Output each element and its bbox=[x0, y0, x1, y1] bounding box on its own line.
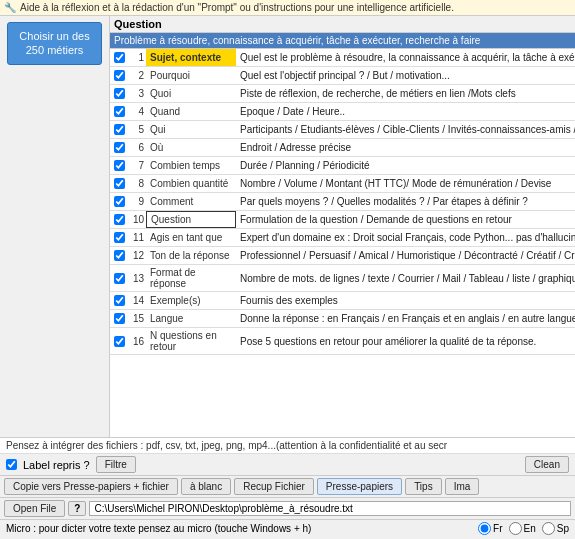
row-number: 5 bbox=[128, 121, 146, 138]
row-content: Piste de réflexion, de recherche, de mét… bbox=[236, 85, 575, 102]
row-checkbox-2[interactable] bbox=[114, 70, 125, 81]
ima-button[interactable]: Ima bbox=[445, 478, 480, 495]
row-label: Comment bbox=[146, 193, 236, 210]
row-number: 14 bbox=[128, 292, 146, 309]
row-content: Durée / Planning / Périodicité bbox=[236, 157, 575, 174]
label-repris-checkbox[interactable] bbox=[6, 459, 17, 470]
row-content: Nombre de mots. de lignes / texte / Cour… bbox=[236, 265, 575, 291]
table-row: 3QuoiPiste de réflexion, de recherche, d… bbox=[110, 85, 575, 103]
row-checkbox-14[interactable] bbox=[114, 295, 125, 306]
row-number: 9 bbox=[128, 193, 146, 210]
open-file-button[interactable]: Open File bbox=[4, 500, 65, 517]
question-subheader: Problème à résoudre, connaissance à acqu… bbox=[110, 33, 575, 49]
table-row: 7Combien tempsDurée / Planning / Périodi… bbox=[110, 157, 575, 175]
radio-fr-input[interactable] bbox=[478, 522, 491, 535]
row-label: Exemple(s) bbox=[146, 292, 236, 309]
row-checkbox-9[interactable] bbox=[114, 196, 125, 207]
filepath-input[interactable] bbox=[89, 501, 571, 516]
row-checkbox-7[interactable] bbox=[114, 160, 125, 171]
btn-row2: Open File ? bbox=[0, 498, 575, 520]
row-label: Langue bbox=[146, 310, 236, 327]
choose-metiers-button[interactable]: Choisir un des 250 métiers bbox=[7, 22, 102, 65]
radio-sp-input[interactable] bbox=[542, 522, 555, 535]
row-number: 2 bbox=[128, 67, 146, 84]
right-panel: Question Problème à résoudre, connaissan… bbox=[110, 16, 575, 437]
row-content: Quel est l'objectif principal ? / But / … bbox=[236, 67, 575, 84]
table-row: 10QuestionFormulation de la question / D… bbox=[110, 211, 575, 229]
label-row: Label repris ? Filtre Clean bbox=[0, 454, 575, 476]
table-row: 14Exemple(s)Fournis des exemples bbox=[110, 292, 575, 310]
row-content: Expert d'un domaine ex : Droit social Fr… bbox=[236, 229, 575, 246]
row-checkbox-3[interactable] bbox=[114, 88, 125, 99]
micro-text: Micro : pour dicter votre texte pensez a… bbox=[6, 523, 311, 534]
radio-sp-label: Sp bbox=[557, 523, 569, 534]
row-checkbox-11[interactable] bbox=[114, 232, 125, 243]
table-row: 13Format de réponseNombre de mots. de li… bbox=[110, 265, 575, 292]
row-label: Quand bbox=[146, 103, 236, 120]
table-row: 6OùEndroit / Adresse précise bbox=[110, 139, 575, 157]
radio-en[interactable]: En bbox=[509, 522, 536, 535]
row-content: Nombre / Volume / Montant (HT TTC)/ Mode… bbox=[236, 175, 575, 192]
row-label: Combien quantité bbox=[146, 175, 236, 192]
table-row: 11Agis en tant queExpert d'un domaine ex… bbox=[110, 229, 575, 247]
row-label: Quoi bbox=[146, 85, 236, 102]
row-content: Pose 5 questions en retour pour améliore… bbox=[236, 328, 575, 354]
a-blanc-button[interactable]: à blanc bbox=[181, 478, 231, 495]
question-header: Question bbox=[110, 16, 575, 33]
filtre-button[interactable]: Filtre bbox=[96, 456, 136, 473]
notice-row: Pensez à intégrer des fichiers : pdf, cs… bbox=[0, 438, 575, 454]
row-label: Où bbox=[146, 139, 236, 156]
micro-row: Micro : pour dicter votre texte pensez a… bbox=[0, 520, 575, 537]
row-content: Epoque / Date / Heure.. bbox=[236, 103, 575, 120]
row-checkbox-12[interactable] bbox=[114, 250, 125, 261]
radio-en-input[interactable] bbox=[509, 522, 522, 535]
row-checkbox-6[interactable] bbox=[114, 142, 125, 153]
row-content: Quel est le problème à résoudre, la conn… bbox=[236, 49, 575, 66]
recup-fichier-button[interactable]: Recup Fichier bbox=[234, 478, 314, 495]
tips-button[interactable]: Tips bbox=[405, 478, 442, 495]
help-button[interactable]: ? bbox=[68, 501, 86, 516]
row-label: Combien temps bbox=[146, 157, 236, 174]
clean-button[interactable]: Clean bbox=[525, 456, 569, 473]
row-content: Formulation de la question / Demande de … bbox=[236, 211, 575, 228]
row-checkbox-5[interactable] bbox=[114, 124, 125, 135]
table-row: 1Sujet, contexteQuel est le problème à r… bbox=[110, 49, 575, 67]
table-row: 4QuandEpoque / Date / Heure.. bbox=[110, 103, 575, 121]
row-label: Ton de la réponse bbox=[146, 247, 236, 264]
radio-fr-label: Fr bbox=[493, 523, 502, 534]
radio-sp[interactable]: Sp bbox=[542, 522, 569, 535]
row-number: 3 bbox=[128, 85, 146, 102]
row-number: 6 bbox=[128, 139, 146, 156]
row-checkbox-4[interactable] bbox=[114, 106, 125, 117]
row-content: Participants / Etudiants-élèves / Cible-… bbox=[236, 121, 575, 138]
row-number: 10 bbox=[128, 211, 146, 228]
row-label: Qui bbox=[146, 121, 236, 138]
table-row: 15LangueDonne la réponse : en Français /… bbox=[110, 310, 575, 328]
row-number: 7 bbox=[128, 157, 146, 174]
row-checkbox-15[interactable] bbox=[114, 313, 125, 324]
row-number: 8 bbox=[128, 175, 146, 192]
row-content: Endroit / Adresse précise bbox=[236, 139, 575, 156]
copy-clipboard-button[interactable]: Copie vers Presse-papiers + fichier bbox=[4, 478, 178, 495]
table-row: 5QuiParticipants / Etudiants-élèves / Ci… bbox=[110, 121, 575, 139]
label-repris-text: Label repris ? bbox=[23, 459, 90, 471]
row-checkbox-16[interactable] bbox=[114, 336, 125, 347]
table-row: 2PourquoiQuel est l'objectif principal ?… bbox=[110, 67, 575, 85]
content-area: Choisir un des 250 métiers Question Prob… bbox=[0, 16, 575, 437]
row-checkbox-13[interactable] bbox=[114, 273, 125, 284]
row-checkbox-10[interactable] bbox=[114, 214, 125, 225]
presse-papiers-button[interactable]: Presse-papiers bbox=[317, 478, 402, 495]
row-number: 13 bbox=[128, 265, 146, 291]
row-number: 11 bbox=[128, 229, 146, 246]
top-bar-text: Aide à la réflexion et à la rédaction d'… bbox=[20, 2, 454, 13]
radio-fr[interactable]: Fr bbox=[478, 522, 502, 535]
radio-group: Fr En Sp bbox=[478, 522, 569, 535]
row-checkbox-1[interactable] bbox=[114, 52, 125, 63]
row-number: 15 bbox=[128, 310, 146, 327]
row-number: 16 bbox=[128, 328, 146, 354]
table-row: 8Combien quantitéNombre / Volume / Monta… bbox=[110, 175, 575, 193]
left-panel: Choisir un des 250 métiers bbox=[0, 16, 110, 437]
table-row: 16N questions en retourPose 5 questions … bbox=[110, 328, 575, 355]
row-checkbox-8[interactable] bbox=[114, 178, 125, 189]
row-label: N questions en retour bbox=[146, 328, 236, 354]
